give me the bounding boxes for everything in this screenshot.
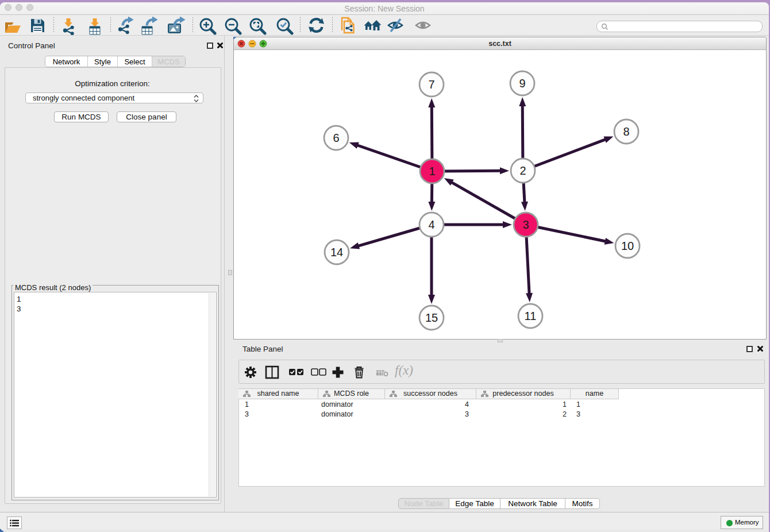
svg-text:15: 15	[425, 311, 438, 324]
svg-text:9: 9	[519, 77, 525, 90]
svg-text:4: 4	[428, 218, 434, 231]
svg-text:11: 11	[525, 310, 537, 322]
svg-text:2: 2	[519, 164, 526, 177]
svg-text:6: 6	[333, 132, 339, 144]
svg-text:1: 1	[429, 165, 435, 178]
svg-text:10: 10	[621, 240, 634, 252]
svg-text:14: 14	[330, 246, 343, 259]
svg-text:8: 8	[623, 125, 629, 138]
svg-text:3: 3	[522, 218, 529, 231]
svg-text:7: 7	[428, 78, 434, 91]
